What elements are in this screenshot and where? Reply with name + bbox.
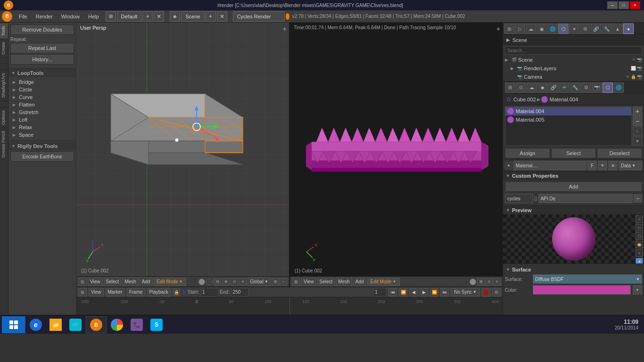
- encode-earthbone-btn[interactable]: Encode EarthBone: [10, 151, 74, 162]
- rp-mt-icon-7[interactable]: 🔧: [570, 82, 580, 93]
- taskbar-ie-btn[interactable]: e: [26, 316, 45, 333]
- looptools-gstretch[interactable]: ▶ Gstretch: [10, 108, 74, 116]
- rp-mt-icon-11[interactable]: 🌐: [613, 82, 624, 93]
- rp-particles-icon[interactable]: ✦: [569, 24, 579, 34]
- preview-cube-btn[interactable]: ⬡: [636, 232, 643, 240]
- vp-left-select[interactable]: Select: [104, 278, 122, 286]
- vp-left-mesh[interactable]: Mesh: [122, 278, 138, 286]
- sidebar-tab-shading[interactable]: Shading/UVs: [0, 70, 8, 101]
- rp-scene-props-icon[interactable]: ◉: [537, 24, 547, 34]
- material-data-type[interactable]: Data▼: [619, 161, 642, 170]
- surface-color-swatch[interactable]: [533, 285, 631, 295]
- sidebar-tab-options[interactable]: Options: [0, 107, 8, 128]
- vp-left-view-icon[interactable]: ⊞: [78, 278, 87, 286]
- vp-left-wireframe-icon[interactable]: ⊟: [214, 278, 221, 286]
- vp-left-add[interactable]: Add: [140, 278, 153, 286]
- material-add-slot-btn[interactable]: +: [633, 107, 642, 116]
- viewport-left[interactable]: User Persp + X Y Z (1) Cub: [76, 23, 289, 287]
- rp-mt-icon-9[interactable]: 📷: [592, 82, 602, 93]
- rp-mt-icon-10[interactable]: ⬡: [603, 82, 613, 93]
- looptools-curve[interactable]: ▶ Curve: [10, 93, 74, 101]
- tl-no-sync[interactable]: No Sync▼: [451, 288, 480, 296]
- cycles-key[interactable]: cycles: [505, 194, 533, 203]
- tl-jump-prev[interactable]: ⏪: [399, 288, 407, 296]
- vp-left-more[interactable]: ≡: [239, 278, 247, 286]
- taskbar-skype-btn[interactable]: S: [147, 316, 166, 333]
- material-remove-slot-btn[interactable]: −: [633, 116, 642, 126]
- vp-left-view[interactable]: View: [88, 278, 103, 286]
- taskbar-explorer-btn[interactable]: 📁: [46, 316, 65, 333]
- taskbar-chrome-btn[interactable]: [107, 316, 126, 333]
- vp-left-mode[interactable]: Edit Mode▼: [154, 278, 186, 286]
- vp-right-add[interactable]: Add: [353, 278, 366, 286]
- taskbar-store-btn[interactable]: 🛒: [66, 316, 85, 333]
- looptools-space[interactable]: ▶ Space: [10, 131, 74, 139]
- rp-object-icon[interactable]: ⬡: [558, 24, 569, 34]
- timeline-ruler[interactable]: -150 -100 -50 0 50 100 150 200 250 300 3…: [76, 297, 503, 315]
- rp-material-icon[interactable]: ●: [623, 24, 634, 34]
- scene-remove-btn[interactable]: ✕: [217, 11, 227, 22]
- looptools-relax[interactable]: ▶ Relax: [10, 123, 74, 131]
- preview-sphere-btn[interactable]: ○: [636, 215, 643, 223]
- preview-header[interactable]: ▼ Preview: [503, 206, 644, 214]
- remove-doubles-btn[interactable]: Remove Doubles: [10, 25, 74, 35]
- tl-jump-end[interactable]: ⏭: [440, 288, 449, 296]
- preview-sky-btn[interactable]: ☀: [636, 258, 643, 263]
- taskbar-viber-btn[interactable]: 📞: [127, 316, 146, 333]
- material-item-1[interactable]: Material.005: [505, 115, 631, 124]
- looptools-bridge[interactable]: ▶ Bridge: [10, 78, 74, 86]
- rp-mt-icon-2[interactable]: ⊙: [516, 82, 526, 93]
- tl-playback[interactable]: Playback: [147, 288, 171, 296]
- close-btn[interactable]: ✕: [630, 1, 640, 9]
- scene-search-input[interactable]: [505, 46, 642, 55]
- rp-mt-icon-5[interactable]: 🔗: [548, 82, 559, 93]
- rp-scene-icon[interactable]: ⊞: [504, 24, 514, 34]
- material-add-icon-btn[interactable]: +: [598, 161, 607, 170]
- vp-left-pivot[interactable]: ⊕: [222, 278, 230, 286]
- vp-left-sphere[interactable]: [198, 279, 205, 285]
- tl-view[interactable]: View: [89, 288, 104, 296]
- maximize-btn[interactable]: □: [619, 1, 629, 9]
- sidebar-tab-display[interactable]: [0, 64, 8, 70]
- layout-remove-btn[interactable]: ✕: [154, 11, 164, 22]
- layout-add-btn[interactable]: +: [142, 11, 153, 22]
- start-button[interactable]: [2, 316, 25, 333]
- vp-right-icon-2[interactable]: ⊙: [485, 278, 493, 286]
- vp-right-select[interactable]: Select: [317, 278, 335, 286]
- rp-modifiers-icon[interactable]: 🔧: [602, 24, 612, 34]
- sidebar-tab-tools[interactable]: Tools: [0, 23, 8, 39]
- repeat-last-btn[interactable]: Repeat Last: [10, 43, 74, 53]
- tl-jump-start[interactable]: ⏮: [388, 288, 397, 296]
- tl-play-back[interactable]: ◀: [409, 288, 418, 296]
- material-data-name[interactable]: Material....: [513, 161, 586, 170]
- history-btn[interactable]: History...: [10, 54, 74, 65]
- rp-constraints-icon[interactable]: 🔗: [591, 24, 601, 34]
- rp-mt-icon-6[interactable]: ✏: [559, 82, 570, 93]
- tl-end-input[interactable]: [231, 288, 248, 296]
- scene-add-btn[interactable]: +: [206, 11, 216, 22]
- sidebar-tab-create[interactable]: Create: [0, 39, 8, 58]
- viewport-left-add[interactable]: +: [283, 25, 287, 33]
- menu-help[interactable]: Help: [84, 13, 103, 20]
- tree-item-renderlayers[interactable]: ▶ 📷 RenderLayers ⬜ 📷: [503, 64, 644, 73]
- tl-play-fwd[interactable]: ▶: [420, 288, 428, 296]
- custom-props-header[interactable]: ▼ Custom Properties: [503, 172, 644, 180]
- rp-world-icon[interactable]: 🌐: [547, 24, 558, 34]
- rp-mt-icon-1[interactable]: ⊞: [505, 82, 515, 93]
- vp-left-dot[interactable]: ○: [206, 279, 213, 285]
- deselect-btn[interactable]: Deselect: [597, 148, 642, 158]
- preview-monkey-btn[interactable]: 🐵: [636, 241, 643, 248]
- layout-icon-btn[interactable]: ⊞: [106, 11, 116, 22]
- preview-hair-btn[interactable]: ≈: [636, 249, 643, 257]
- viewport-right[interactable]: Time:00:01.74 | Mem:6.64M, Peak:6.64M | …: [289, 23, 503, 287]
- tl-icon-btn[interactable]: ⊞: [78, 288, 87, 296]
- assign-btn[interactable]: Assign: [505, 148, 550, 158]
- sidebar-tab-relations[interactable]: [0, 58, 8, 64]
- sidebar-tab-transform[interactable]: [0, 101, 8, 107]
- material-x-btn[interactable]: ✕: [608, 161, 618, 170]
- tl-frame[interactable]: Frame: [127, 288, 145, 296]
- vp-left-global[interactable]: Global▼: [248, 278, 271, 286]
- tl-marker[interactable]: Marker: [106, 288, 125, 296]
- layout-dropdown[interactable]: Default: [117, 11, 142, 22]
- material-item-0[interactable]: Material.004: [505, 107, 631, 115]
